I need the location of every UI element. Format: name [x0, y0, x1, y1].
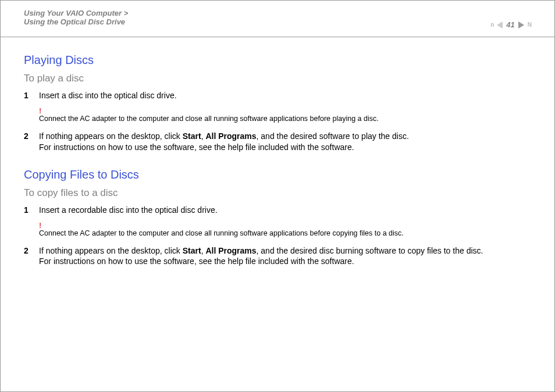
step-row: 1 Insert a recordable disc into the opti… — [24, 205, 531, 216]
subsection-to-copy: To copy files to a disc — [24, 187, 531, 199]
step-text: If nothing appears on the desktop, click… — [39, 131, 531, 153]
step-row: 2 If nothing appears on the desktop, cli… — [24, 245, 531, 268]
page-content: Playing Discs To play a disc 1 Insert a … — [1, 37, 554, 267]
step-text-part: , and the desired disc burning software … — [257, 246, 483, 255]
step-row: 2 If nothing appears on the desktop, cli… — [24, 131, 531, 153]
step-number: 1 — [24, 205, 39, 216]
note-text: Connect the AC adapter to the computer a… — [39, 229, 531, 237]
step-text-part: If nothing appears on the desktop, click — [39, 246, 183, 255]
breadcrumb-line-2: Using the Optical Disc Drive — [24, 17, 531, 26]
step-text-part: If nothing appears on the desktop, click — [39, 131, 183, 141]
page-number: 41 — [506, 20, 514, 29]
bold-start: Start — [183, 246, 201, 255]
section-copying: Copying Files to Discs To copy files to … — [24, 168, 531, 268]
bold-start: Start — [183, 131, 201, 141]
step-text: Insert a recordable disc into the optica… — [39, 205, 531, 216]
bold-all-programs: All Programs — [205, 131, 256, 141]
bold-all-programs: All Programs — [205, 246, 256, 255]
page-number-nav: n 41 N — [490, 20, 531, 29]
step-number: 2 — [24, 131, 39, 142]
arrow-left-icon[interactable] — [497, 22, 503, 28]
warning-note: ! Connect the AC adapter to the computer… — [39, 222, 531, 237]
page: Using Your VAIO Computer > Using the Opt… — [0, 0, 555, 392]
subsection-to-play: To play a disc — [24, 73, 531, 84]
step-text-part: , and the desired software to play the d… — [257, 131, 409, 141]
step-text-part: For instructions on how to use the softw… — [39, 142, 354, 152]
breadcrumb-line-1: Using Your VAIO Computer > — [24, 9, 531, 17]
section-title-playing-discs: Playing Discs — [24, 54, 531, 67]
step-text: Insert a disc into the optical disc driv… — [39, 90, 531, 101]
arrow-right-icon[interactable] — [518, 22, 524, 28]
step-number: 2 — [24, 245, 39, 256]
warning-note: ! Connect the AC adapter to the computer… — [39, 107, 531, 123]
note-text: Connect the AC adapter to the computer a… — [39, 115, 531, 123]
next-page-marker[interactable]: N — [528, 22, 531, 28]
page-header: Using Your VAIO Computer > Using the Opt… — [1, 1, 554, 37]
section-title-copying: Copying Files to Discs — [24, 168, 531, 181]
step-text: If nothing appears on the desktop, click… — [39, 245, 531, 268]
step-text-part: For instructions on how to use the softw… — [39, 256, 354, 266]
prev-page-marker[interactable]: n — [490, 22, 493, 28]
exclamation-icon: ! — [39, 107, 531, 115]
step-number: 1 — [24, 90, 39, 101]
step-row: 1 Insert a disc into the optical disc dr… — [24, 90, 531, 101]
exclamation-icon: ! — [39, 222, 531, 229]
